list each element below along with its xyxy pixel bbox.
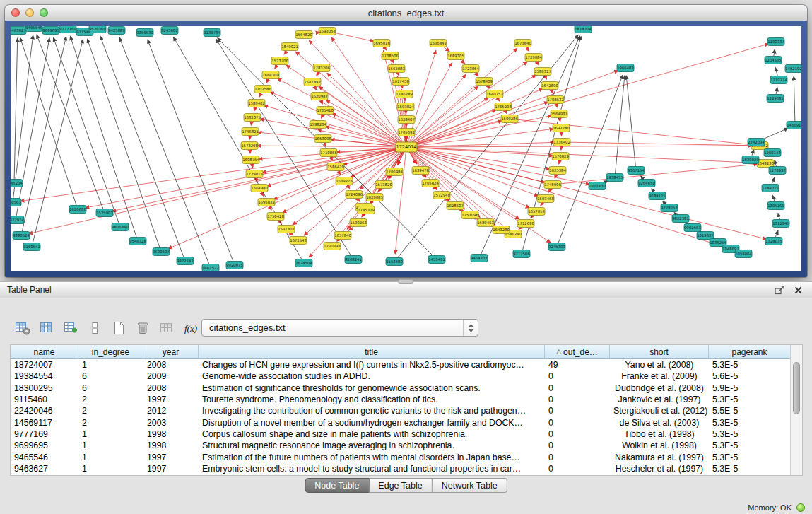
graph-node[interactable]: 9806840: [112, 223, 129, 231]
graph-node[interactable]: 1720394: [324, 243, 341, 250]
graph-node[interactable]: 1746289: [396, 90, 413, 98]
graph-node[interactable]: 1456911: [787, 122, 801, 129]
graph-node[interactable]: 1536842: [430, 40, 447, 47]
graph-node[interactable]: 9463627: [11, 27, 26, 35]
edit-rows-button[interactable]: [61, 319, 80, 338]
graph-node[interactable]: 1328035: [765, 238, 782, 245]
graph-node[interactable]: 1629085: [366, 194, 383, 201]
graph-node[interactable]: 1748906: [544, 181, 561, 189]
graph-node[interactable]: 1684309: [262, 71, 279, 79]
column-header-short[interactable]: short: [610, 345, 709, 359]
row-height-button[interactable]: [85, 319, 104, 338]
close-window-button[interactable]: [11, 8, 20, 17]
graph-node[interactable]: 1765298: [495, 103, 512, 111]
graph-node[interactable]: 1204535: [765, 57, 782, 64]
close-panel-icon[interactable]: [791, 284, 805, 296]
graph-node[interactable]: 1723064: [462, 65, 479, 73]
graph-node[interactable]: 1572940: [433, 192, 450, 199]
graph-node[interactable]: 1593024: [397, 103, 414, 111]
graph-node[interactable]: 9356530: [136, 29, 153, 37]
graph-node[interactable]: 1625384: [549, 167, 566, 175]
graph-node[interactable]: 9264650: [638, 180, 655, 187]
graph-node[interactable]: 1746821: [242, 128, 259, 136]
column-header-year[interactable]: year: [143, 345, 199, 359]
graph-node[interactable]: 1573820: [375, 181, 392, 189]
graph-node[interactable]: 1260143: [764, 149, 781, 157]
tab-edge-table[interactable]: Edge Table: [369, 478, 432, 493]
graph-node[interactable]: 1643280: [493, 226, 510, 234]
graph-node[interactable]: 9778252: [661, 204, 678, 212]
graph-node[interactable]: 1872400: [589, 182, 606, 190]
graph-node[interactable]: 1738506: [382, 52, 399, 60]
graph-node[interactable]: 1525903: [96, 209, 113, 217]
column-header-pagerank[interactable]: pagerank: [709, 345, 791, 359]
table-row[interactable]: 1456911722003Disruption of a novel membe…: [11, 416, 802, 428]
graph-node[interactable]: 1523706: [271, 57, 288, 65]
graph-node[interactable]: 9872742: [177, 257, 194, 265]
graph-node[interactable]: 9920075: [226, 262, 243, 269]
graph-node[interactable]: 1628507: [447, 202, 464, 210]
graph-node[interactable]: 1620987: [311, 93, 328, 100]
graph-node[interactable]: 1564937: [551, 110, 567, 118]
graph-node[interactable]: 1672543: [290, 237, 307, 245]
graph-node[interactable]: 1745309: [358, 206, 375, 214]
graph-node[interactable]: 1708532: [547, 96, 564, 104]
graph-node[interactable]: 9465546: [25, 26, 42, 32]
graph-node[interactable]: 1966482: [617, 64, 634, 72]
graph-node[interactable]: 1608754: [242, 156, 259, 164]
column-header-out_degree[interactable]: △out_de…: [545, 345, 610, 359]
graph-node[interactable]: 1712690: [517, 220, 534, 228]
graph-node[interactable]: 1562083: [388, 65, 405, 73]
graph-node[interactable]: 1783206: [313, 64, 330, 72]
graph-node[interactable]: 1589463: [477, 219, 494, 227]
graph-node[interactable]: 1578409: [476, 78, 493, 86]
graph-node[interactable]: 1453491: [428, 256, 445, 264]
graph-node[interactable]: 1598234: [310, 121, 326, 129]
graph-node[interactable]: 9260563: [11, 199, 21, 206]
graph-node[interactable]: 1753096: [461, 211, 478, 219]
graph-node[interactable]: 9072974: [11, 216, 24, 224]
column-header-in_degree[interactable]: in_degree: [78, 345, 143, 359]
table-row[interactable]: 946362711997Embryonic stem cells: a mode…: [11, 463, 802, 474]
graph-node[interactable]: 1695018: [373, 40, 390, 47]
graph-node[interactable]: 9153480: [386, 258, 403, 266]
graph-node[interactable]: 1219274: [770, 76, 787, 84]
graph-node[interactable]: 1509286: [501, 115, 518, 123]
graph-node[interactable]: 1938455: [606, 174, 623, 182]
graph-node[interactable]: 1705692: [398, 129, 415, 136]
graph-node[interactable]: 1724096: [346, 191, 363, 199]
table-row[interactable]: 1938455462009Genome-wide association stu…: [11, 370, 802, 382]
panel-resize-handle[interactable]: [398, 279, 413, 284]
graph-node[interactable]: 1710865: [320, 149, 337, 157]
graph-node[interactable]: 1586317: [534, 68, 551, 76]
table-settings-button[interactable]: [13, 319, 32, 338]
graph-node[interactable]: 1724074: [396, 142, 417, 152]
graph-node[interactable]: 9464203: [471, 255, 488, 262]
graph-node[interactable]: 9150541: [23, 243, 40, 251]
graph-node[interactable]: 1695832: [258, 199, 275, 206]
graph-node[interactable]: 1452192: [785, 65, 801, 73]
graph-node[interactable]: 1736402: [553, 139, 570, 146]
graph-node[interactable]: 9217506: [513, 250, 530, 258]
graph-node[interactable]: 9590507: [153, 248, 170, 256]
network-canvas[interactable]: 1724074184902115237061684309170258615894…: [11, 26, 801, 271]
graph-node[interactable]: 1305169: [767, 202, 784, 210]
table-row[interactable]: 1830029562008Estimation of significance …: [11, 382, 802, 394]
scrollbar-thumb[interactable]: [793, 362, 800, 414]
graph-node[interactable]: 1648230: [757, 160, 774, 168]
graph-node[interactable]: 1570829: [552, 153, 569, 160]
graph-node[interactable]: 9045204: [11, 180, 23, 187]
table-vertical-scrollbar[interactable]: [790, 345, 802, 475]
graph-node[interactable]: 1593468: [537, 195, 554, 203]
graph-node[interactable]: 1693058: [319, 28, 336, 35]
graph-node[interactable]: 1312945: [772, 220, 789, 228]
graph-node[interactable]: 1639478: [412, 167, 429, 175]
graph-node[interactable]: 1705824: [422, 180, 439, 187]
table-row[interactable]: 946554611997Estimation of the future num…: [11, 451, 802, 462]
graph-node[interactable]: 1284035: [762, 185, 779, 192]
graph-node[interactable]: 1589402: [248, 100, 265, 107]
zoom-window-button[interactable]: [40, 8, 48, 17]
graph-node[interactable]: 1640753: [486, 90, 503, 98]
graph-node[interactable]: 9461572: [202, 264, 219, 272]
graph-node[interactable]: 1689305: [447, 52, 464, 60]
